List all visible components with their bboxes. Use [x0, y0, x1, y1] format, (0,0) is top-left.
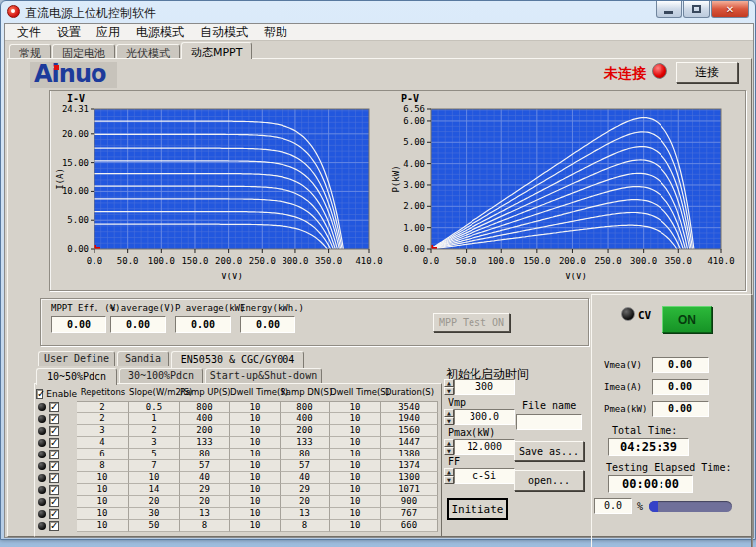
save-as-button[interactable]: Save as... — [514, 441, 584, 461]
cell-r0-c0[interactable]: 2 — [77, 401, 129, 413]
cell-r2-c5[interactable]: 10 — [330, 425, 381, 437]
cell-r5-c5[interactable]: 10 — [330, 460, 381, 472]
cell-r3-c3[interactable]: 10 — [230, 437, 281, 449]
cell-r2-c0[interactable]: 3 — [77, 425, 129, 437]
row-enable-checkbox[interactable] — [49, 450, 59, 459]
cell-r1-c3[interactable]: 10 — [230, 413, 281, 425]
tab-general[interactable]: 常规 — [9, 44, 51, 59]
cell-r7-c6[interactable]: 1071 — [381, 484, 438, 496]
tab-fixed-battery[interactable]: 固定电池 — [52, 44, 115, 59]
cell-r4-c2[interactable]: 80 — [180, 449, 230, 460]
cell-r10-c2[interactable]: 8 — [180, 520, 230, 532]
cell-r5-c4[interactable]: 57 — [281, 460, 330, 472]
cell-r0-c1[interactable]: 0.5 — [129, 401, 180, 413]
cell-r2-c1[interactable]: 2 — [129, 425, 180, 437]
cell-r7-c4[interactable]: 29 — [281, 484, 330, 496]
row-enable-checkbox[interactable] — [49, 473, 59, 483]
cell-r6-c0[interactable]: 10 — [77, 472, 129, 484]
cell-r9-c2[interactable]: 13 — [180, 508, 230, 520]
row-enable-checkbox[interactable] — [49, 426, 59, 436]
cell-r7-c0[interactable]: 10 — [77, 484, 129, 496]
spin-down-icon[interactable]: ▼ — [444, 476, 454, 484]
cell-r1-c6[interactable]: 1940 — [381, 413, 438, 425]
cell-r2-c6[interactable]: 1560 — [381, 425, 438, 437]
cell-r8-c0[interactable]: 10 — [77, 496, 129, 508]
cell-r8-c6[interactable]: 900 — [381, 496, 438, 508]
init-field-value-3[interactable]: c-Si — [454, 468, 515, 484]
row-enable-checkbox[interactable] — [49, 497, 59, 507]
spin-down-icon[interactable]: ▼ — [444, 447, 454, 455]
cell-r5-c2[interactable]: 57 — [180, 460, 230, 472]
cell-r10-c6[interactable]: 660 — [381, 520, 438, 532]
cell-r10-c3[interactable]: 10 — [230, 520, 281, 532]
cell-r6-c1[interactable]: 10 — [129, 472, 180, 484]
cell-r9-c1[interactable]: 30 — [129, 508, 180, 520]
row-enable-checkbox[interactable] — [49, 509, 59, 519]
cell-r8-c1[interactable]: 20 — [129, 496, 180, 508]
row-enable-checkbox[interactable] — [49, 402, 59, 412]
cell-r4-c0[interactable]: 6 — [77, 449, 129, 460]
tab-startup-shutdown[interactable]: Start-up&Shut-down — [205, 368, 322, 383]
cell-r2-c3[interactable]: 10 — [230, 425, 281, 437]
cell-r9-c4[interactable]: 13 — [281, 508, 330, 520]
cell-r2-c4[interactable]: 200 — [281, 425, 330, 437]
cell-r5-c0[interactable]: 8 — [77, 460, 129, 472]
cell-r6-c3[interactable]: 10 — [230, 472, 281, 484]
cell-r4-c4[interactable]: 80 — [281, 449, 330, 460]
cell-r5-c3[interactable]: 10 — [230, 460, 281, 472]
cell-r0-c5[interactable]: 10 — [330, 401, 381, 413]
cell-r9-c5[interactable]: 10 — [330, 508, 381, 520]
row-enable-checkbox[interactable] — [49, 438, 59, 448]
connect-button[interactable]: 连接 — [676, 62, 738, 83]
cell-r10-c0[interactable]: 10 — [77, 520, 129, 532]
cell-r5-c1[interactable]: 7 — [129, 460, 180, 472]
mpp-test-on-button[interactable]: MPP Test ON — [433, 313, 510, 332]
cell-r4-c3[interactable]: 10 — [230, 449, 281, 460]
cell-r0-c4[interactable]: 800 — [281, 401, 330, 413]
cell-r3-c5[interactable]: 10 — [330, 437, 381, 449]
cell-r4-c5[interactable]: 10 — [330, 449, 381, 460]
tab-sandia[interactable]: Sandia — [117, 351, 169, 366]
cell-r3-c6[interactable]: 1447 — [381, 437, 438, 449]
tab-en50530[interactable]: EN50530 & CGC/GY004 — [171, 351, 304, 368]
cell-r8-c2[interactable]: 20 — [180, 496, 230, 508]
tab-pv-mode[interactable]: 光伏模式 — [116, 44, 180, 59]
row-enable-checkbox[interactable] — [49, 414, 59, 424]
cell-r8-c4[interactable]: 20 — [281, 496, 330, 508]
open-button[interactable]: open... — [514, 470, 584, 491]
spin-up-icon[interactable]: ▲ — [444, 379, 454, 387]
init-field-value-0[interactable]: 300 — [454, 379, 515, 395]
minimize-button[interactable] — [656, 1, 682, 18]
init-field-value-1[interactable]: 300.0 — [454, 409, 515, 425]
spin-up-icon[interactable]: ▲ — [444, 409, 454, 417]
cell-r2-c2[interactable]: 200 — [180, 425, 230, 437]
menu-file[interactable]: 文件 — [9, 24, 49, 41]
cell-r0-c2[interactable]: 800 — [180, 401, 230, 413]
cell-r1-c4[interactable]: 400 — [281, 413, 330, 425]
cell-r0-c6[interactable]: 3540 — [381, 401, 438, 413]
spin-down-icon[interactable]: ▼ — [444, 387, 454, 395]
titlebar[interactable]: 直流电源上位机控制软件 ✕ — [5, 3, 751, 22]
maximize-button[interactable] — [683, 1, 710, 18]
cell-r5-c6[interactable]: 1374 — [381, 460, 438, 472]
cell-r7-c2[interactable]: 29 — [180, 484, 230, 496]
row-enable-checkbox[interactable] — [49, 485, 59, 495]
cell-r7-c3[interactable]: 10 — [230, 484, 281, 496]
cell-r6-c6[interactable]: 1300 — [381, 472, 438, 484]
cell-r9-c0[interactable]: 10 — [77, 508, 129, 520]
cell-r3-c2[interactable]: 133 — [180, 437, 230, 449]
cell-r10-c5[interactable]: 10 — [330, 520, 381, 532]
cell-r10-c4[interactable]: 8 — [281, 520, 330, 532]
menu-settings[interactable]: 设置 — [49, 24, 89, 41]
cell-r4-c1[interactable]: 5 — [129, 449, 180, 460]
row-enable-checkbox[interactable] — [49, 521, 59, 531]
cell-r3-c1[interactable]: 3 — [129, 437, 180, 449]
spin-up-icon[interactable]: ▲ — [444, 468, 454, 476]
tab-30-100-pdcn[interactable]: 30~100%Pdcn — [119, 368, 203, 383]
menu-help[interactable]: 帮助 — [256, 24, 295, 41]
spin-up-icon[interactable]: ▲ — [444, 439, 454, 447]
init-field-value-2[interactable]: 12.000 — [454, 439, 515, 455]
cell-r10-c1[interactable]: 50 — [129, 520, 180, 532]
cell-r7-c1[interactable]: 14 — [129, 484, 180, 496]
menu-power-mode[interactable]: 电源模式 — [128, 24, 192, 41]
